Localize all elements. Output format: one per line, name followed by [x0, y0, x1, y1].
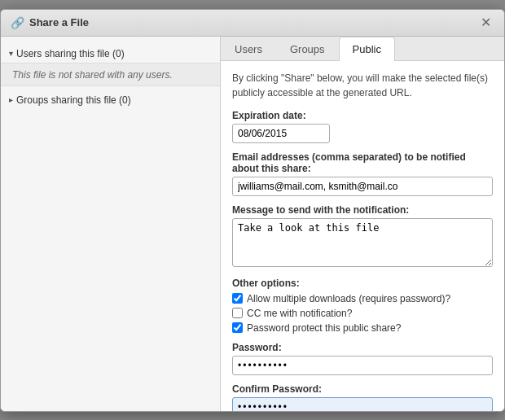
checkbox-label-2: CC me with notification?: [247, 308, 352, 319]
dialog-title-text: Share a File: [29, 16, 89, 28]
tab-public[interactable]: Public: [339, 37, 395, 61]
password-input[interactable]: [232, 356, 493, 375]
confirm-password-input[interactable]: [232, 397, 493, 411]
right-panel: Users Groups Public By clicking "Share" …: [221, 37, 504, 411]
other-options-group: Other options: Allow multiple downloads …: [232, 278, 493, 334]
password-label: Password:: [232, 342, 493, 353]
checkbox-password-protect[interactable]: [232, 322, 243, 333]
expiration-input[interactable]: [232, 124, 330, 143]
message-group: Message to send with the notification: T…: [232, 204, 493, 269]
users-section: ▾ Users sharing this file (0) This file …: [1, 45, 220, 86]
password-group: Password:: [232, 342, 493, 375]
checkbox-row-1: Allow multiple downloads (requires passw…: [232, 293, 493, 304]
share-icon: 🔗: [11, 16, 24, 29]
expiration-label: Expiration date:: [232, 110, 493, 121]
checkbox-group: Allow multiple downloads (requires passw…: [232, 293, 493, 334]
expiration-group: Expiration date:: [232, 110, 493, 143]
message-textarea[interactable]: Take a look at this file: [232, 218, 493, 267]
public-tab-content: By clicking "Share" below, you will make…: [221, 61, 504, 411]
checkbox-label-1: Allow multiple downloads (requires passw…: [247, 293, 450, 304]
tab-users[interactable]: Users: [221, 37, 276, 61]
checkbox-multiple-downloads[interactable]: [232, 293, 243, 304]
email-group: Email addresses (comma separated) to be …: [232, 151, 493, 196]
email-label: Email addresses (comma separated) to be …: [232, 151, 493, 174]
tabs: Users Groups Public: [221, 37, 504, 61]
checkbox-cc-me[interactable]: [232, 308, 243, 318]
users-arrow: ▾: [9, 49, 13, 58]
users-section-label: Users sharing this file (0): [16, 48, 125, 59]
email-input[interactable]: [232, 177, 493, 196]
groups-arrow: ▸: [9, 95, 13, 104]
dialog-header: 🔗 Share a File ✕: [1, 10, 504, 37]
message-label: Message to send with the notification:: [232, 204, 493, 216]
other-options-label: Other options:: [232, 278, 493, 289]
dialog-title: 🔗 Share a File: [11, 16, 89, 29]
tab-description: By clicking "Share" below, you will make…: [232, 71, 493, 100]
close-button[interactable]: ✕: [477, 16, 494, 29]
users-section-header[interactable]: ▾ Users sharing this file (0): [1, 45, 220, 63]
confirm-password-label: Confirm Password:: [232, 383, 493, 395]
groups-section-label: Groups sharing this file (0): [16, 94, 131, 106]
checkbox-row-3: Password protect this public share?: [232, 322, 493, 334]
groups-section-header[interactable]: ▸ Groups sharing this file (0): [1, 91, 220, 109]
share-file-dialog: 🔗 Share a File ✕ ▾ Users sharing this fi…: [0, 9, 505, 412]
tab-groups[interactable]: Groups: [276, 37, 339, 61]
left-panel: ▾ Users sharing this file (0) This file …: [1, 37, 221, 411]
users-section-content: This file is not shared with any users.: [1, 63, 220, 86]
dialog-body: ▾ Users sharing this file (0) This file …: [1, 37, 504, 411]
confirm-password-group: Confirm Password:: [232, 383, 493, 411]
groups-section: ▸ Groups sharing this file (0): [1, 91, 220, 109]
users-empty-message: This file is not shared with any users.: [12, 69, 173, 81]
checkbox-label-3: Password protect this public share?: [247, 322, 401, 334]
checkbox-row-2: CC me with notification?: [232, 308, 493, 319]
